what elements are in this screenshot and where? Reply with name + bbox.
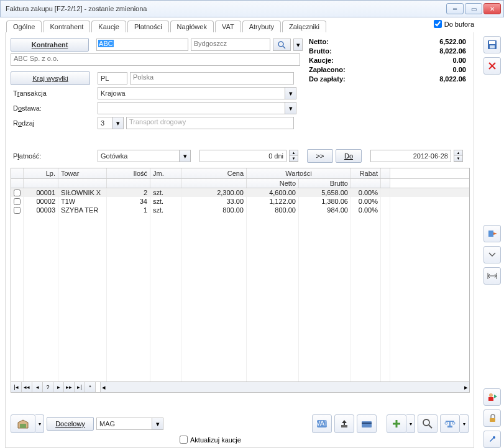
window-title: Faktura zakupu [FZ-2/12] - zostanie zmie…	[6, 5, 446, 12]
close-button[interactable]: ✕	[483, 3, 501, 14]
minimize-button[interactable]: ━	[446, 3, 464, 14]
maximize-button[interactable]: ▭	[465, 3, 482, 14]
